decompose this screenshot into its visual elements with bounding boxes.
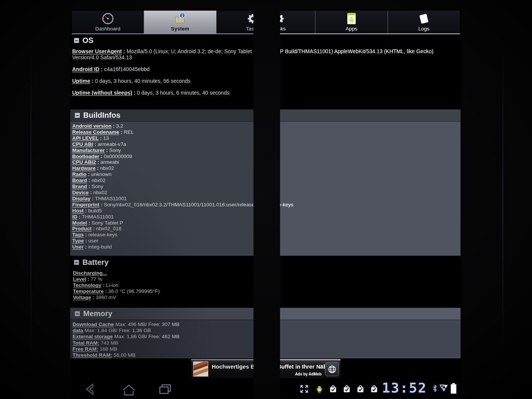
memory-rows: Download Cache Max: 496 MB/ Free: 307 MB… [280,320,461,358]
info-row: Model : Sony Tablet P [280,220,461,226]
info-row: Bootloader : 0x00000009 [280,154,461,160]
info-row: Board : nbx02 [72,177,253,184]
download-complete-icon[interactable] [356,384,365,395]
info-row: Android version : 3.2 [72,123,253,129]
memory-rows: Download Cache Max: 496 MB/ Free: 307 MB… [70,320,253,358]
app-surface: Dashboard Syste [280,10,461,398]
info-row: Tags : release-keys [72,232,253,238]
info-row: Display : THMAS11001 [280,196,461,202]
system-info-icon [174,12,187,25]
tab-label: Dashboard [95,26,120,32]
section-box-icon [74,38,79,43]
info-row: Host : build5 [72,208,253,214]
os-section-header: OS [74,36,93,45]
tab-dashboard[interactable]: Dashboard [72,11,144,33]
info-row: Temperature : 36.0 °C (96.799995°F) [73,288,160,294]
info-row: Display : THMAS11001 [72,196,253,202]
info-row: Uptime (without sleeps) : 0 days, 3 hour… [280,90,459,96]
bluetooth-icon [432,383,438,395]
info-row: Fingerprint : Sony/nbx02_016/nbx02:3.2/T… [72,202,253,208]
info-row: Device : nbx02 [72,190,253,196]
info-row: Brand : Sony [72,184,253,190]
fullscreen-icon[interactable] [299,384,309,395]
download-complete-icon[interactable] [342,384,352,395]
info-row: Product : nbx02_016 [280,226,461,232]
info-row: Release Codename : REL [280,129,461,135]
download-complete-icon[interactable] [328,384,338,395]
globe-button[interactable] [325,362,339,376]
tab-tasks[interactable]: Tasks [216,11,253,33]
info-row: Brand : Sony [280,184,461,190]
tab-label: Tasks [246,26,253,32]
android-apps-icon [346,12,357,25]
info-row: Download Cache Max: 496 MB/ Free: 307 MB [280,321,461,328]
gauge-icon [102,12,114,25]
info-row: Device : nbx02 [280,190,461,196]
battery-icon [451,383,456,394]
info-row: Radio : unknown [280,171,461,177]
info-row: Threshold RAM: 56,00 MB [280,352,461,358]
home-button[interactable] [120,382,138,397]
info-row: API LEVEL : 13 [72,135,253,141]
section-title: Battery [82,258,109,267]
info-row: ID : THMAS11001 [72,214,253,220]
memory-panel: Memory Download Cache Max: 496 MB/ Free:… [280,308,461,358]
battery-section-header: Battery [74,258,109,267]
ad-banner[interactable]: Hochwertiges Buffet in Ihrer Nähe Ads by… [191,359,253,378]
tab-bar: Dashboard Syste [280,11,460,34]
info-row: CPU ABI2 : armeabi [280,159,461,165]
section-box-icon [74,260,79,265]
info-row: Type : user [72,238,253,244]
photo-stage: Dashboard Syste [0,0,532,399]
buildinfos-header: BuildInfos [280,109,461,122]
ad-title: Hochwertiges Buffet in Ihrer Nähe [280,363,330,370]
info-row: Model : Sony Tablet P [72,220,253,226]
tab-label: System [171,26,189,32]
info-row: Threshold RAM: 56,00 MB [73,352,253,358]
info-row: Hardware : nbx02 [280,165,461,171]
tab-apps[interactable]: Apps [315,11,387,33]
info-row: User : integ-build [280,244,461,250]
android-debug-icon[interactable] [315,384,323,396]
buildinfos-rows: Android version : 3.2 Release Codename :… [70,122,253,250]
back-button[interactable] [81,382,98,397]
info-row: Free RAM: 168 MB [280,346,461,352]
tab-system[interactable]: System [144,11,216,33]
ad-banner[interactable]: Hochwertiges Buffet in Ihrer Nähe Ads by… [280,359,340,378]
info-row: Total RAM: 743 MB [73,340,253,346]
recent-apps-button[interactable] [156,382,174,397]
memory-header: Memory [70,308,253,320]
tab-label: Apps [346,26,358,32]
memory-header: Memory [280,308,461,320]
section-box-icon [75,311,80,316]
info-row: ID : THMAS11001 [280,214,461,220]
info-row: CPU ABI : armeabi-v7a [280,141,461,147]
system-bar: 13:52 [70,380,253,398]
buildinfos-panel: BuildInfos Android version : 3.2 Release… [70,109,253,256]
info-row: Voltage : 3860 mV [73,294,160,301]
signal-icon [439,384,449,394]
info-row: Uptime (without sleeps) : 0 days, 3 hour… [72,90,253,96]
info-row: Total RAM: 743 MB [280,340,461,346]
left-display: Dashboard Syste [70,10,253,398]
tab-label: Logs [418,26,429,32]
info-row: Release Codename : REL [72,129,253,135]
section-title: OS [82,36,93,45]
buildinfos-header: BuildInfos [70,109,253,122]
info-row: Free RAM: 168 MB [73,346,253,352]
section-box-icon [75,113,80,118]
tab-logs[interactable]: Logs [388,11,460,33]
gear-icon [247,12,253,25]
tablet-bezel-edge [30,42,32,357]
info-row: Manufacturer : Sony [72,147,253,154]
section-title: Memory [83,309,112,318]
tablet-bezel-edge [502,42,504,357]
info-row: Uptime : 0 days, 3 hours, 40 minutes, 56… [72,78,253,84]
download-complete-icon[interactable] [369,384,379,395]
info-row: External storage Max: 1,86 GB/ Free: 462… [73,334,253,340]
info-row: CPU ABI2 : armeabi [72,159,253,165]
info-row: Level : 77 % [73,276,160,282]
tab-label: Tasks [280,26,286,32]
status-clock[interactable]: 13:52 [382,380,427,396]
tab-tasks[interactable]: Tasks [280,11,315,33]
